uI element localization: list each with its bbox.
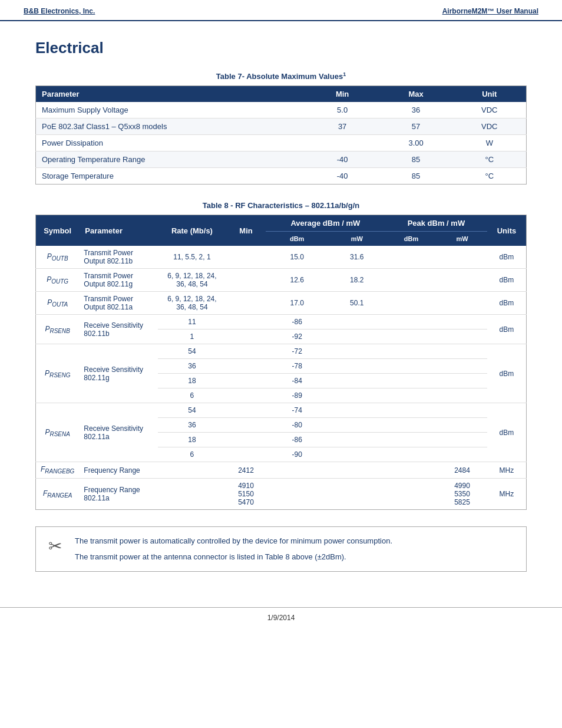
peak-dbm-cell [385, 246, 437, 269]
avg-dbm-cell: -92 [266, 330, 329, 344]
peak-mw-cell [437, 374, 487, 388]
note-content: The transmit power is automatically cont… [75, 535, 392, 564]
note-box: ✂ The transmit power is automatically co… [35, 526, 527, 572]
symbol-cell: PRSENB [36, 315, 80, 344]
symbol-cell: PRSENA [36, 403, 80, 462]
absolute-maximum-table: Parameter Min Max Unit Maximum Supply Vo… [35, 85, 527, 185]
peak-mw-cell [437, 292, 487, 315]
page-content: Electrical Table 7- Absolute Maximum Val… [0, 21, 562, 595]
min-cell: 2412 [226, 462, 266, 478]
avg-dbm-cell: 15.0 [266, 246, 329, 269]
peak-mw-cell [437, 403, 487, 418]
note-line2: The transmit power at the antenna connec… [75, 551, 392, 564]
table-row: POUTGTransmit Power Output 802.11g6, 9, … [36, 269, 527, 292]
max-cell: 36 [379, 102, 453, 118]
rate-cell: 36 [158, 418, 227, 433]
avg-dbm-cell: -90 [266, 447, 329, 462]
col-min: Min [226, 215, 266, 246]
peak-dbm-cell [385, 315, 437, 330]
table-row: Storage Temperature -40 85 °C [36, 168, 527, 185]
avg-mw-cell [329, 330, 385, 344]
min-cell: -40 [306, 151, 379, 168]
symbol-cell: FRANGEBG [36, 462, 80, 478]
min-cell: 5.0 [306, 102, 379, 118]
symbol-cell: FRANGEA [36, 478, 80, 509]
peak-mw-cell: 2484 [437, 462, 487, 478]
avg-dbm-cell [266, 478, 329, 509]
symbol-cell: POUTA [36, 292, 80, 315]
rate-cell: 1 [158, 330, 227, 344]
param-cell: Storage Temperature [36, 168, 306, 185]
min-cell: -40 [306, 168, 379, 185]
avg-dbm-cell: 17.0 [266, 292, 329, 315]
peak-dbm-cell [385, 403, 437, 418]
peak-mw-cell: 499053505825 [437, 478, 487, 509]
min-cell [226, 292, 266, 315]
peak-dbm-cell [385, 462, 437, 478]
peak-mw-cell [437, 433, 487, 447]
peak-mw-cell [437, 246, 487, 269]
peak-dbm-cell [385, 292, 437, 315]
units-cell: dBm [487, 292, 527, 315]
page-footer: 1/9/2014 [0, 607, 562, 628]
company-name: B&B Electronics, Inc. [24, 7, 95, 15]
param-cell: Receive Sensitivity 802.11b [79, 315, 157, 344]
param-cell: Frequency Range 802.11a [79, 478, 157, 509]
param-cell: Maximum Supply Voltage [36, 102, 306, 118]
avg-dbm-cell: 12.6 [266, 269, 329, 292]
peak-mw-cell [437, 359, 487, 374]
peak-mw-cell [437, 330, 487, 344]
param-cell: Receive Sensitivity 802.11a [79, 403, 157, 462]
avg-mw-cell [329, 418, 385, 433]
peak-dbm-cell [385, 478, 437, 509]
avg-mw-cell: 18.2 [329, 269, 385, 292]
min-cell [226, 330, 266, 344]
col-peak-mw: mW [437, 232, 487, 246]
table-row: PoE 802.3af Class1 – Q5xx8 models 37 57 … [36, 118, 527, 135]
units-cell: MHz [487, 478, 527, 509]
units-cell: dBm [487, 344, 527, 403]
table-row: PRSENAReceive Sensitivity 802.11a54-74dB… [36, 403, 527, 418]
rate-cell: 6, 9, 12, 18, 24,36, 48, 54 [158, 269, 227, 292]
rate-cell [158, 462, 227, 478]
rate-cell: 54 [158, 344, 227, 359]
table2-title: Table 8 - RF Characteristics – 802.11a/b… [35, 201, 527, 210]
avg-dbm-cell: -86 [266, 433, 329, 447]
peak-mw-cell [437, 447, 487, 462]
max-cell: 85 [379, 168, 453, 185]
min-cell [226, 433, 266, 447]
avg-mw-cell [329, 388, 385, 403]
avg-mw-cell [329, 344, 385, 359]
col-peak-group: Peak dBm / mW [385, 215, 487, 232]
min-cell [306, 135, 379, 151]
peak-dbm-cell [385, 374, 437, 388]
manual-title: AirborneM2M™ User Manual [442, 7, 538, 15]
peak-mw-cell [437, 315, 487, 330]
avg-mw-cell: 50.1 [329, 292, 385, 315]
units-cell: dBm [487, 246, 527, 269]
rate-cell: 6 [158, 447, 227, 462]
peak-mw-cell [437, 418, 487, 433]
peak-dbm-cell [385, 418, 437, 433]
rate-cell: 18 [158, 374, 227, 388]
max-cell: 3.00 [379, 135, 453, 151]
table-row: FRANGEAFrequency Range 802.11a4910515054… [36, 478, 527, 509]
min-cell [226, 315, 266, 330]
col-header-min: Min [306, 86, 379, 103]
peak-dbm-cell [385, 344, 437, 359]
peak-dbm-cell [385, 359, 437, 374]
min-cell [226, 388, 266, 403]
peak-mw-cell [437, 388, 487, 403]
rate-cell: 18 [158, 433, 227, 447]
rate-cell: 6, 9, 12, 18, 24,36, 48, 54 [158, 292, 227, 315]
avg-mw-cell [329, 374, 385, 388]
avg-mw-cell [329, 433, 385, 447]
avg-dbm-cell: -86 [266, 315, 329, 330]
rate-cell: 36 [158, 359, 227, 374]
rf-characteristics-table: Symbol Parameter Rate (Mb/s) Min Average… [35, 215, 527, 509]
units-cell: dBm [487, 403, 527, 462]
avg-dbm-cell: -80 [266, 418, 329, 433]
avg-dbm-cell: -89 [266, 388, 329, 403]
table-row: POUTBTransmit Power Output 802.11b11, 5.… [36, 246, 527, 269]
peak-mw-cell [437, 344, 487, 359]
